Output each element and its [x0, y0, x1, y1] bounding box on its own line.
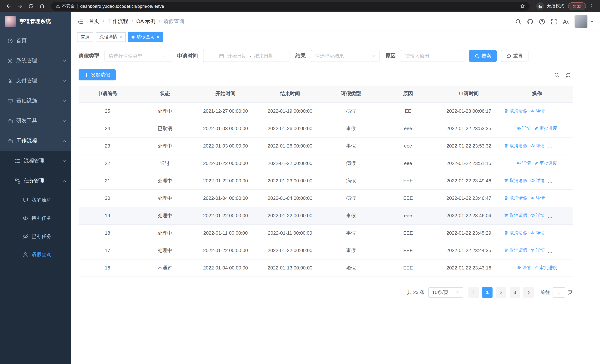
sidebar-item-支付管理[interactable]: 支付管理 — [0, 71, 71, 91]
detail-button[interactable]: 详情 — [530, 108, 545, 114]
cancel-leave-button[interactable]: 取消请假 — [504, 230, 527, 236]
apply-time-range-picker[interactable]: 开始日期 - 结束日期 — [203, 50, 290, 62]
incognito-chip: 无痕模式 — [536, 2, 564, 10]
reason-input[interactable] — [401, 50, 463, 62]
detail-button[interactable]: 详情 — [530, 230, 545, 236]
filter-form: 请假类型 请选择请假类型 申请时间 开始日期 - — [79, 50, 572, 62]
cancel-leave-button[interactable]: 取消请假 — [504, 177, 527, 184]
cell-actions: 取消请假详情审批进度 — [501, 172, 572, 189]
breadcrumb-workflow[interactable]: 工作流程 — [107, 18, 128, 25]
github-icon[interactable] — [527, 18, 533, 25]
cancel-leave-button[interactable]: 取消请假 — [504, 195, 527, 201]
leave-type-select[interactable]: 请选择请假类型 — [104, 50, 171, 62]
detail-button[interactable]: 详情 — [516, 265, 531, 271]
sidebar-item-任务管理[interactable]: 任务管理 — [0, 171, 71, 191]
cell-status: 处理中 — [136, 242, 193, 259]
collapse-sidebar-icon[interactable] — [77, 18, 83, 25]
font-size-icon[interactable] — [562, 18, 569, 25]
bookmark-star-icon[interactable] — [520, 3, 525, 9]
progress-button[interactable]: 审批进度 — [534, 125, 557, 131]
close-icon[interactable]: × — [119, 35, 122, 39]
goto-page-input[interactable] — [553, 287, 565, 298]
detail-button[interactable]: 详情 — [530, 177, 545, 184]
next-page-button[interactable] — [523, 287, 534, 298]
detail-button[interactable]: 详情 — [530, 195, 545, 201]
home-button[interactable] — [37, 1, 47, 11]
sidebar-item-请假查询[interactable]: 请假查询 — [0, 245, 71, 263]
address-bar[interactable]: 不安全 dashboard.yudao.iocoder.cn/bpm/oa/le… — [51, 2, 530, 10]
tab-leave-query[interactable]: 请假查询 × — [128, 32, 163, 42]
reload-button[interactable] — [26, 1, 36, 11]
delete-icon — [504, 144, 508, 148]
cancel-leave-button[interactable]: 取消请假 — [504, 143, 527, 149]
breadcrumb-home[interactable]: 首页 — [89, 18, 99, 25]
reset-button[interactable]: 重置 — [501, 50, 528, 62]
delete-icon — [504, 196, 508, 200]
search-icon[interactable] — [515, 18, 521, 25]
cell-apply: 2022-01-22 23:46:47 — [437, 189, 501, 207]
col-type: 请假类型 — [322, 86, 379, 102]
detail-button[interactable]: 详情 — [516, 125, 531, 131]
cancel-leave-button[interactable]: 取消请假 — [504, 108, 527, 114]
page-button-1[interactable]: 1 — [482, 287, 493, 298]
progress-button[interactable]: 审批进度 — [534, 265, 557, 271]
result-select[interactable]: 请选择流结果 — [311, 50, 379, 62]
detail-button-label: 详情 — [522, 265, 531, 271]
sidebar-item-我的流程[interactable]: 我的流程 — [0, 191, 71, 209]
sidebar-item-系统管理[interactable]: 系统管理 — [0, 51, 71, 71]
search-button[interactable]: 搜索 — [469, 50, 497, 62]
cell-id: 17 — [79, 242, 136, 259]
sidebar-item-基础设施[interactable]: 基础设施 — [0, 91, 71, 111]
page-button-3[interactable]: 3 — [510, 287, 520, 298]
detail-button[interactable]: 详情 — [516, 160, 531, 167]
page-button-2[interactable]: 2 — [496, 287, 506, 298]
table-row: 18处理中2022-01-11 00:00:002022-01-11 00:00… — [79, 224, 572, 242]
help-icon[interactable] — [539, 18, 545, 25]
detail-button[interactable]: 详情 — [530, 247, 545, 253]
update-button[interactable]: 更新 — [568, 2, 586, 10]
breadcrumb-oa-example[interactable]: OA 示例 — [136, 18, 155, 25]
back-button[interactable] — [4, 1, 13, 11]
user-menu[interactable] — [574, 15, 594, 28]
cell-apply: 2022-01-22 23:49:46 — [437, 172, 501, 189]
cell-reason: eee — [379, 155, 437, 172]
cell-apply: 2022-01-22 23:43:16 — [437, 259, 501, 277]
browser-menu-button[interactable] — [587, 2, 596, 10]
sidebar-item-流程管理[interactable]: 流程管理 — [0, 151, 71, 171]
cancel-leave-button-label: 取消请假 — [510, 212, 527, 219]
create-leave-button[interactable]: 发起请假 — [79, 69, 116, 80]
tab-process-detail[interactable]: 流程详情 × — [96, 32, 126, 42]
browser-toolbar: 不安全 dashboard.yudao.iocoder.cn/bpm/oa/le… — [0, 0, 600, 12]
cancel-leave-button-label: 取消请假 — [510, 230, 527, 236]
toggle-search-icon[interactable] — [554, 72, 560, 78]
sidebar-item-label: 研发工具 — [16, 118, 59, 124]
tab-home[interactable]: 首页 — [77, 32, 94, 42]
sidebar-item-待办任务[interactable]: 待办任务 — [0, 209, 71, 227]
cell-status: 已取消 — [136, 120, 193, 137]
sidebar-item-工作流程[interactable]: 工作流程 — [0, 131, 71, 151]
prev-page-button[interactable] — [469, 287, 479, 298]
goto-suffix: 页 — [568, 289, 572, 296]
detail-button[interactable]: 详情 — [530, 143, 545, 149]
progress-button[interactable]: 审批进度 — [534, 160, 557, 167]
detail-button[interactable]: 详情 — [530, 212, 545, 219]
close-icon[interactable]: × — [157, 35, 159, 39]
fullscreen-icon[interactable] — [551, 18, 557, 25]
app-logo[interactable]: 芋道管理系统 — [0, 12, 71, 31]
forward-button[interactable] — [15, 1, 24, 11]
cell-id: 21 — [79, 172, 136, 189]
cancel-leave-button[interactable]: 取消请假 — [504, 247, 527, 253]
warning-icon — [56, 4, 60, 8]
sidebar-item-首页[interactable]: 首页 — [0, 31, 71, 51]
page-size-select[interactable]: 10条/页 — [428, 287, 463, 298]
refresh-table-icon[interactable] — [565, 72, 571, 78]
sidebar-item-已办任务[interactable]: 已办任务 — [0, 227, 71, 245]
cell-start: 2022-01-03 00:00:00 — [193, 120, 258, 137]
cancel-leave-button[interactable]: 取消请假 — [504, 212, 527, 219]
cell-apply: 2022-01-22 23:45:29 — [437, 224, 501, 242]
sidebar-item-研发工具[interactable]: 研发工具 — [0, 111, 71, 131]
cell-actions: 取消请假详情审批进度 — [501, 137, 572, 155]
table-row: 23处理中2022-01-03 00:00:002022-01-26 00:00… — [79, 137, 572, 155]
cell-id: 23 — [79, 137, 136, 155]
security-chip[interactable]: 不安全 — [56, 3, 75, 9]
